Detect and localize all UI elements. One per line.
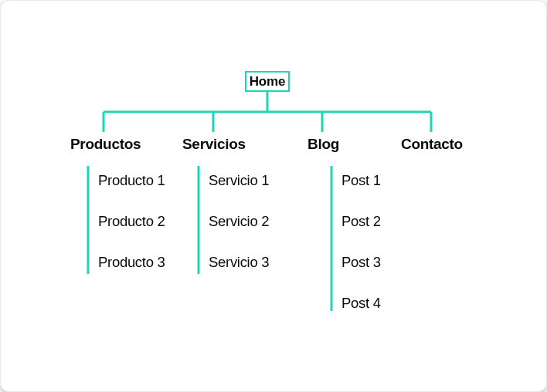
sitemap-item: Servicio 1 <box>209 170 269 211</box>
root-label: Home <box>250 74 285 90</box>
sitemap-item: Producto 3 <box>98 252 165 292</box>
sitemap-item: Post 3 <box>341 252 381 292</box>
category-label: Contacto <box>401 136 463 152</box>
category-productos: Productos <box>70 136 141 153</box>
items-productos: Producto 1 Producto 2 Producto 3 <box>98 170 165 292</box>
items-servicios: Servicio 1 Servicio 2 Servicio 3 <box>209 170 269 292</box>
sitemap-item: Servicio 2 <box>209 211 269 252</box>
sitemap-item: Post 2 <box>341 211 381 252</box>
items-blog: Post 1 Post 2 Post 3 Post 4 <box>341 170 381 333</box>
sitemap-item: Servicio 3 <box>209 252 269 292</box>
category-label: Servicios <box>182 136 246 152</box>
sitemap-item: Producto 2 <box>98 211 165 252</box>
root-node: Home <box>245 71 290 92</box>
connector-lines <box>1 1 547 392</box>
category-label: Productos <box>70 136 141 152</box>
sitemap-item: Post 4 <box>341 292 381 333</box>
sitemap-card: Home Productos Servicios Blog Contacto P… <box>0 0 547 392</box>
category-servicios: Servicios <box>182 136 246 153</box>
category-contacto: Contacto <box>401 136 463 153</box>
sitemap-item: Post 1 <box>341 170 381 211</box>
sitemap-item: Producto 1 <box>98 170 165 211</box>
category-label: Blog <box>307 136 339 152</box>
category-blog: Blog <box>307 136 339 153</box>
